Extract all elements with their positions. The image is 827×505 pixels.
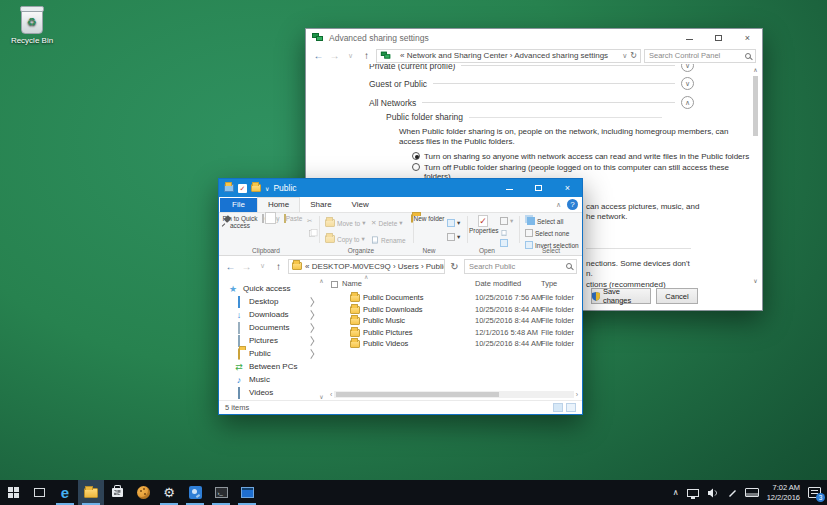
taskbar-command-prompt[interactable]: ›_ xyxy=(208,480,234,505)
ex-maximize-button[interactable] xyxy=(524,179,553,197)
select-all-button[interactable]: Select all xyxy=(525,217,563,225)
cp-vertical-scrollbar[interactable]: ∧ ∨ xyxy=(751,66,760,284)
chevron-up-icon[interactable]: ∧ xyxy=(681,96,694,109)
ex-titlebar[interactable]: ✓ ∨ Public × xyxy=(219,179,582,197)
pen-icon[interactable] xyxy=(727,488,737,498)
forward-icon[interactable]: → xyxy=(240,261,253,272)
taskbar-clock[interactable]: 7:02 AM 12/2/2016 xyxy=(767,483,800,502)
cp-close-button[interactable]: × xyxy=(733,29,762,47)
file-name[interactable]: Public Music xyxy=(363,316,405,325)
section-guest-public[interactable]: Guest or Public ∨ xyxy=(369,77,694,90)
cancel-button[interactable]: Cancel xyxy=(656,288,698,304)
cut-button[interactable]: ✂ xyxy=(307,217,312,225)
ex-search-box[interactable]: Search Public xyxy=(464,259,577,274)
horizontal-scrollbar[interactable]: ‹ › xyxy=(330,390,578,398)
nav-documents[interactable]: Documents xyxy=(219,321,326,334)
tab-file[interactable]: File xyxy=(220,198,257,212)
cp-scroll-thumb[interactable] xyxy=(753,76,758,136)
column-date-modified[interactable]: Date modified xyxy=(475,279,521,288)
taskbar-movies-app[interactable] xyxy=(234,480,260,505)
save-changes-button[interactable]: Save changes xyxy=(591,288,651,304)
nav-downloads[interactable]: ↓ Downloads xyxy=(219,308,326,321)
new-item-button[interactable]: ▾ xyxy=(447,219,460,227)
scroll-up-icon[interactable]: ∧ xyxy=(751,66,760,73)
delete-button[interactable]: ✕ Delete▾ xyxy=(371,219,403,227)
file-row[interactable]: Public Documents 10/25/2016 7:56 AM File… xyxy=(326,293,582,304)
new-folder-button[interactable]: New folder xyxy=(411,215,445,222)
column-name[interactable]: Name xyxy=(342,279,362,288)
nav-music[interactable]: ♪ Music xyxy=(219,373,326,386)
up-icon[interactable]: ↑ xyxy=(360,50,373,61)
open-button[interactable]: ▾ xyxy=(500,217,513,225)
large-icons-view-button[interactable] xyxy=(566,403,576,412)
taskbar-file-explorer[interactable] xyxy=(78,480,104,505)
minimize-ribbon-icon[interactable]: ∧ xyxy=(556,201,561,209)
select-none-button[interactable]: Select none xyxy=(525,229,569,237)
file-name[interactable]: Public Documents xyxy=(363,293,423,302)
paste-button[interactable]: Paste xyxy=(282,215,304,222)
taskbar-cookie-app[interactable] xyxy=(130,480,156,505)
help-icon[interactable]: ? xyxy=(567,199,578,210)
touch-keyboard-icon[interactable] xyxy=(745,488,759,497)
forward-icon[interactable]: → xyxy=(328,50,341,61)
file-name[interactable]: Public Pictures xyxy=(363,328,413,337)
column-type[interactable]: Type xyxy=(541,279,557,288)
cp-minimize-button[interactable] xyxy=(675,29,704,47)
move-to-button[interactable]: Move to▾ xyxy=(325,219,365,227)
volume-icon[interactable] xyxy=(707,488,719,498)
file-row[interactable]: Public Downloads 10/25/2016 8:44 AM File… xyxy=(326,305,582,316)
recycle-bin[interactable]: ♻ Recycle Bin xyxy=(8,8,56,45)
easy-access-button[interactable]: ▾ xyxy=(447,233,460,241)
edit-button[interactable] xyxy=(500,228,508,238)
scroll-down-icon[interactable]: ∨ xyxy=(317,393,326,400)
file-row[interactable]: Public Pictures 12/1/2016 5:48 AM File f… xyxy=(326,328,582,339)
select-checkbox[interactable] xyxy=(331,281,338,288)
taskbar-store[interactable] xyxy=(104,480,130,505)
taskbar-blue-app[interactable] xyxy=(182,480,208,505)
file-row[interactable]: Public Videos 10/25/2016 8:44 AM File fo… xyxy=(326,339,582,350)
file-name[interactable]: Public Downloads xyxy=(363,305,423,314)
rename-button[interactable]: Rename xyxy=(371,235,406,245)
file-name[interactable]: Public Videos xyxy=(363,339,408,348)
breadcrumb-dropdown-icon[interactable]: ∨ xyxy=(622,52,627,60)
ex-breadcrumb[interactable]: « DESKTOP-M0VEC9Q › Users › Public ∨ xyxy=(288,259,445,274)
explorer-app-icon[interactable] xyxy=(224,184,234,192)
start-button[interactable] xyxy=(0,480,26,505)
refresh-icon[interactable]: ↻ xyxy=(630,51,637,60)
nav-between-pcs[interactable]: ⇄ Between PCs xyxy=(219,360,326,373)
qat-new-folder-icon[interactable] xyxy=(251,184,261,192)
nav-desktop[interactable]: Desktop xyxy=(219,295,326,308)
taskbar-settings[interactable]: ⚙ xyxy=(156,480,182,505)
file-row[interactable]: Public Music 10/25/2016 8:44 AM File fol… xyxy=(326,316,582,327)
chevron-down-icon[interactable]: ∨ xyxy=(681,77,694,90)
hscroll-thumb[interactable] xyxy=(336,392,499,397)
back-icon[interactable]: ← xyxy=(312,50,325,61)
cp-breadcrumb-path[interactable]: « Network and Sharing Center › Advanced … xyxy=(400,51,608,60)
cp-titlebar[interactable]: Advanced sharing settings × xyxy=(306,29,762,47)
nav-public[interactable]: Public xyxy=(219,347,326,360)
cp-search-box[interactable]: Search Control Panel xyxy=(644,49,756,63)
qat-properties-icon[interactable]: ✓ xyxy=(238,184,247,193)
scroll-left-icon[interactable]: ‹ xyxy=(330,391,332,398)
ex-close-button[interactable]: × xyxy=(553,179,582,197)
pin-to-quick-access-button[interactable]: Pin to Quick access xyxy=(221,215,259,229)
recent-pages-icon[interactable]: ∨ xyxy=(256,262,269,270)
radio-turn-on-sharing[interactable]: Turn on sharing so anyone with network a… xyxy=(412,152,749,161)
scroll-right-icon[interactable]: › xyxy=(576,391,578,398)
task-view-button[interactable] xyxy=(26,480,52,505)
tab-home[interactable]: Home xyxy=(257,197,300,212)
nav-scrollbar[interactable]: ∧ ∨ xyxy=(317,277,326,400)
up-icon[interactable]: ↑ xyxy=(272,261,285,272)
properties-button[interactable]: ✓ Properties xyxy=(469,215,497,234)
refresh-icon[interactable]: ↻ xyxy=(448,261,461,272)
cp-breadcrumb[interactable]: « Network and Sharing Center › Advanced … xyxy=(376,49,641,63)
back-icon[interactable]: ← xyxy=(224,261,237,272)
copy-path-button[interactable] xyxy=(307,228,317,239)
radio-turn-off-sharing[interactable]: Turn off Public folder sharing (people l… xyxy=(412,163,729,172)
taskbar-edge[interactable]: e xyxy=(52,480,78,505)
history-button[interactable] xyxy=(500,239,508,247)
action-center-button[interactable]: 3 xyxy=(808,487,821,498)
tab-share[interactable]: Share xyxy=(300,198,341,212)
nav-quick-access[interactable]: ★ Quick access xyxy=(219,282,326,295)
network-icon[interactable] xyxy=(687,489,699,497)
